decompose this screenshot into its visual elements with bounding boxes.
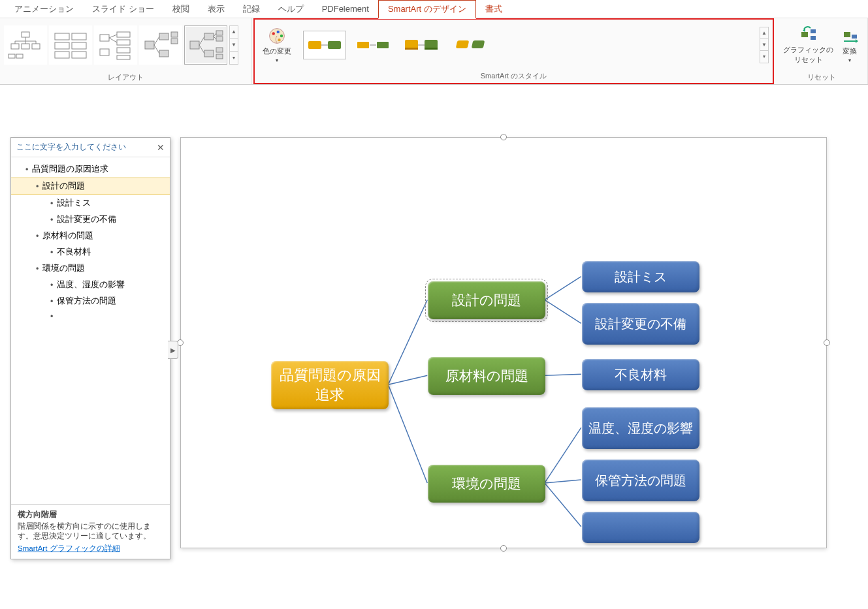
style-gallery-scroll[interactable]: ▲▼▾	[760, 27, 769, 63]
layout-thumb-5-selected[interactable]	[184, 25, 227, 65]
svg-line-30	[154, 45, 159, 54]
svg-rect-2	[22, 44, 29, 49]
svg-rect-33	[204, 50, 214, 57]
svg-rect-24	[145, 41, 154, 49]
layout-gallery[interactable]: ▲▼▾	[4, 25, 238, 65]
tab-format[interactable]: 書式	[476, 1, 511, 18]
layout-thumb-2[interactable]	[49, 25, 92, 65]
style-thumb-3[interactable]	[400, 31, 443, 59]
smartart-node-l2-5[interactable]: 保管方法の問題	[582, 460, 699, 501]
tab-review[interactable]: 校閲	[163, 1, 199, 18]
svg-rect-13	[72, 42, 86, 49]
group-label-styles: SmartArt のスタイル	[255, 70, 773, 83]
textpane-body[interactable]: 品質問題の原因追求 設計の問題 設計ミス 設計変更の不備 原材料の問題 不良材料…	[11, 157, 170, 328]
svg-point-45	[280, 34, 283, 37]
tab-help[interactable]: ヘルプ	[269, 1, 313, 18]
svg-rect-64	[844, 32, 850, 37]
svg-rect-17	[100, 49, 109, 55]
svg-rect-19	[117, 40, 130, 45]
palette-icon	[268, 27, 286, 45]
smartart-node-l1-3[interactable]: 環境の問題	[428, 465, 545, 503]
svg-rect-37	[216, 54, 223, 59]
svg-rect-62	[811, 36, 816, 40]
svg-line-70	[545, 277, 581, 300]
style-thumb-2[interactable]	[351, 31, 394, 59]
tab-slideshow[interactable]: スライド ショー	[83, 1, 163, 18]
smartart-node-l2-4[interactable]: 温度、湿度の影響	[582, 407, 699, 449]
layout-thumb-4[interactable]	[139, 25, 182, 65]
textpane-item-a1[interactable]: 設計ミス	[11, 195, 170, 211]
svg-rect-20	[117, 48, 130, 53]
textpane-item-b1[interactable]: 不良材料	[11, 244, 170, 260]
scroll-more-icon[interactable]: ▾	[760, 51, 768, 62]
tab-record[interactable]: 記録	[234, 1, 269, 18]
tab-view[interactable]: 表示	[199, 1, 234, 18]
reset-graphic-label: グラフィックの リセット	[783, 45, 833, 65]
chevron-down-icon: ▾	[276, 57, 278, 63]
svg-line-69	[388, 384, 427, 483]
textpane-item-root[interactable]: 品質問題の原因追求	[11, 161, 170, 178]
slide-canvas[interactable]: 品質問題の原因追求 設計の問題 原材料の問題 環境の問題 設計ミス 設計変更の不…	[180, 137, 827, 548]
svg-rect-60	[801, 32, 808, 37]
svg-rect-55	[425, 40, 438, 49]
svg-rect-50	[357, 41, 370, 49]
textpane-footer-link[interactable]: SmartArt グラフィックの詳細	[18, 544, 120, 554]
textpane-item-c2[interactable]: 保管方法の問題	[11, 293, 170, 309]
color-change-button[interactable]: 色の変更 ▾	[259, 24, 295, 66]
style-thumb-4[interactable]	[448, 31, 491, 59]
svg-rect-10	[55, 33, 69, 40]
layout-gallery-scroll[interactable]: ▲▼▾	[229, 25, 238, 65]
svg-rect-15	[72, 52, 86, 58]
textpane-toggle[interactable]: ▶	[168, 341, 178, 359]
convert-button[interactable]: 変換 ▾	[840, 27, 860, 63]
smartart-node-l1-2[interactable]: 原材料の問題	[428, 357, 545, 395]
group-reset: グラフィックの リセット 変換 ▾ リセット	[775, 18, 868, 84]
svg-rect-56	[425, 48, 438, 50]
textpane-item-a2[interactable]: 設計変更の不備	[11, 211, 170, 228]
svg-rect-14	[55, 52, 69, 58]
scroll-up-icon[interactable]: ▲	[230, 26, 238, 39]
smartart-graphic[interactable]: 品質問題の原因追求 設計の問題 原材料の問題 環境の問題 設計ミス 設計変更の不…	[181, 138, 826, 548]
reset-graphic-button[interactable]: グラフィックの リセット	[783, 25, 833, 65]
scroll-down-icon[interactable]: ▼	[230, 39, 238, 52]
svg-rect-61	[811, 29, 816, 33]
group-layout: ▲▼▾ レイアウト	[0, 18, 252, 84]
svg-rect-53	[405, 40, 418, 49]
close-icon[interactable]: ✕	[157, 142, 165, 153]
svg-line-38	[199, 37, 204, 45]
svg-line-74	[545, 480, 581, 483]
svg-rect-1	[11, 44, 19, 49]
textpane-item-a[interactable]: 設計の問題	[11, 178, 170, 195]
textpane-item-c1[interactable]: 温度、湿度の影響	[11, 277, 170, 293]
group-label-layout: レイアウト	[0, 71, 251, 84]
smartart-node-l1-1[interactable]: 設計の問題	[428, 281, 545, 319]
smartart-node-root[interactable]: 品質問題の原因追求	[271, 361, 389, 409]
svg-rect-59	[472, 40, 485, 48]
svg-line-40	[214, 33, 216, 37]
scroll-up-icon[interactable]: ▲	[760, 27, 768, 39]
layout-thumb-3[interactable]	[94, 25, 137, 65]
smartart-node-l2-1[interactable]: 設計ミス	[582, 261, 699, 292]
svg-line-39	[199, 45, 204, 54]
style-thumb-1-selected[interactable]	[303, 31, 346, 59]
smartart-node-l2-2[interactable]: 設計変更の不備	[582, 303, 699, 345]
textpane-item-blank[interactable]	[11, 309, 170, 324]
scroll-down-icon[interactable]: ▼	[760, 39, 768, 51]
textpane-item-b[interactable]: 原材料の問題	[11, 228, 170, 244]
svg-rect-27	[171, 32, 178, 37]
textpane-item-c[interactable]: 環境の問題	[11, 260, 170, 277]
svg-rect-58	[456, 40, 470, 48]
svg-rect-18	[117, 32, 130, 37]
svg-rect-54	[405, 48, 418, 50]
ribbon: ▲▼▾ レイアウト 色の変更 ▾ ▲▼▾ SmartArt のスタイル	[0, 18, 868, 85]
tab-animation[interactable]: アニメーション	[5, 1, 83, 18]
svg-line-67	[388, 300, 427, 384]
scroll-more-icon[interactable]: ▾	[230, 52, 238, 64]
svg-marker-66	[856, 39, 858, 43]
smartart-node-l2-6[interactable]	[582, 512, 699, 543]
smartart-node-l2-3[interactable]: 不良材料	[582, 359, 699, 390]
layout-thumb-1[interactable]	[4, 25, 47, 65]
svg-point-46	[278, 38, 280, 40]
tab-pdfelement[interactable]: PDFelement	[313, 1, 378, 16]
tab-smartart-design[interactable]: SmartArt のデザイン	[378, 0, 476, 19]
